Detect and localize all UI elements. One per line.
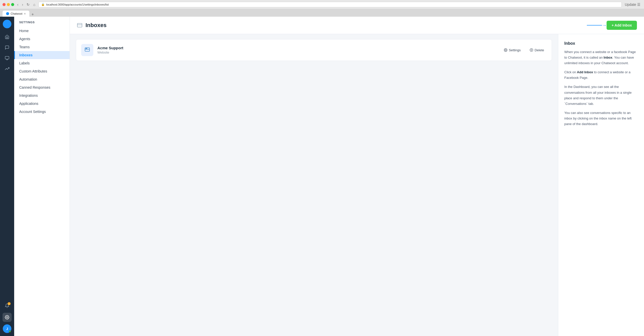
sidebar-icon-conversations[interactable] bbox=[3, 43, 12, 52]
inbox-info: Acme Support Website bbox=[97, 46, 497, 54]
info-text-1: When you connect a website or a facebook… bbox=[564, 49, 638, 66]
close-button[interactable] bbox=[3, 3, 6, 6]
tab-close-button[interactable]: ✕ bbox=[24, 12, 26, 15]
sidebar-item-agents[interactable]: Agents bbox=[14, 35, 70, 43]
sidebar-item-teams[interactable]: Teams bbox=[14, 43, 70, 51]
delete-icon bbox=[530, 48, 533, 52]
lock-icon: 🔒 bbox=[41, 3, 45, 6]
browser-chrome: ‹ › ↻ ⌂ 🔒 localhost:3000/app/accounts/1/… bbox=[0, 0, 644, 9]
sidebar-item-account-settings[interactable]: Account Settings bbox=[14, 108, 70, 116]
app-container: 1 J Settings HomeAgentsTeamsInboxesLabel… bbox=[0, 17, 644, 336]
sidebar-icon-reports[interactable] bbox=[3, 64, 12, 73]
update-button[interactable]: Update ☰ bbox=[624, 2, 641, 7]
arrow-head-icon: → bbox=[602, 23, 607, 28]
tab-bar: Chatwoot ✕ + bbox=[0, 9, 644, 17]
sidebar-item-labels[interactable]: Labels bbox=[14, 59, 70, 67]
sidebar-item-inboxes[interactable]: Inboxes bbox=[14, 51, 70, 59]
inbox-name: Acme Support bbox=[97, 46, 497, 50]
sidebar-icon-home[interactable] bbox=[3, 32, 12, 41]
user-avatar[interactable]: J bbox=[3, 324, 11, 333]
minimize-button[interactable] bbox=[7, 3, 10, 6]
main-content: Inboxes → + Add Inbox Acme Support bbox=[70, 17, 644, 336]
svg-point-0 bbox=[5, 22, 9, 26]
content-area: Acme Support Website Settings Delete bbox=[70, 34, 644, 336]
address-bar[interactable]: 🔒 localhost:3000/app/accounts/1/settings… bbox=[38, 2, 622, 7]
arrow-decoration: → bbox=[587, 23, 607, 28]
sidebar-icon-settings[interactable] bbox=[3, 313, 12, 322]
inbox-logo bbox=[81, 44, 93, 56]
maximize-button[interactable] bbox=[11, 3, 14, 6]
sidebar-item-custom-attributes[interactable]: Custom Attributes bbox=[14, 67, 70, 75]
new-tab-button[interactable]: + bbox=[30, 12, 35, 17]
add-inbox-button[interactable]: + Add Inbox bbox=[607, 21, 637, 30]
info-panel-title: Inbox bbox=[564, 41, 638, 46]
avatar-initial: J bbox=[6, 327, 8, 331]
tab-title: Chatwoot bbox=[11, 12, 22, 15]
page-title: Inboxes bbox=[85, 22, 106, 29]
forward-button[interactable]: › bbox=[21, 2, 24, 7]
settings-label: Settings bbox=[509, 48, 521, 52]
svg-point-2 bbox=[7, 317, 8, 318]
header-right: → + Add Inbox bbox=[587, 21, 637, 30]
arrow-line bbox=[587, 25, 602, 26]
sidebar-item-home[interactable]: Home bbox=[14, 27, 70, 35]
inbox-actions: Settings Delete bbox=[501, 47, 547, 54]
brand-avatar bbox=[3, 20, 11, 28]
inbox-item: Acme Support Website Settings Delete bbox=[76, 39, 552, 61]
inboxes-header-icon bbox=[77, 22, 82, 28]
info-text-3: In the Dashboard, you can see all the co… bbox=[564, 84, 638, 106]
browser-nav: ‹ › ↻ ⌂ bbox=[16, 2, 36, 7]
window-controls bbox=[3, 3, 14, 6]
sidebar-item-canned-responses[interactable]: Canned Responses bbox=[14, 83, 70, 91]
settings-sidebar: Settings HomeAgentsTeamsInboxesLabelsCus… bbox=[14, 17, 70, 336]
sidebar-item-applications[interactable]: Applications bbox=[14, 100, 70, 108]
header-left: Inboxes bbox=[77, 22, 106, 29]
svg-point-5 bbox=[86, 48, 86, 49]
back-button[interactable]: ‹ bbox=[16, 2, 19, 7]
sidebar-icon-contacts[interactable] bbox=[3, 54, 12, 63]
info-panel: Inbox When you connect a website or a fa… bbox=[558, 34, 644, 336]
inbox-list: Acme Support Website Settings Delete bbox=[70, 34, 558, 336]
tab-favicon bbox=[6, 12, 9, 15]
home-nav-button[interactable]: ⌂ bbox=[32, 2, 36, 7]
reload-button[interactable]: ↻ bbox=[26, 2, 31, 7]
page-header: Inboxes → + Add Inbox bbox=[70, 17, 644, 34]
info-text-4: You can also see conversations specific … bbox=[564, 110, 638, 127]
sidebar-item-integrations[interactable]: Integrations bbox=[14, 91, 70, 100]
svg-point-6 bbox=[87, 48, 87, 49]
icon-bar-bottom: 1 J bbox=[3, 301, 12, 333]
info-text-2: Click on Add Inbox to connect a website … bbox=[564, 69, 638, 81]
icon-bar: 1 J bbox=[0, 17, 14, 336]
svg-point-7 bbox=[505, 50, 506, 51]
inbox-settings-button[interactable]: Settings bbox=[501, 47, 523, 54]
online-status-dot bbox=[9, 330, 11, 332]
delete-label: Delete bbox=[534, 48, 544, 52]
active-tab[interactable]: Chatwoot ✕ bbox=[3, 11, 29, 17]
url-text: localhost:3000/app/accounts/1/settings/i… bbox=[46, 3, 109, 6]
svg-rect-1 bbox=[5, 56, 9, 59]
notification-badge: 1 bbox=[8, 302, 11, 305]
sidebar-item-automation[interactable]: Automation bbox=[14, 75, 70, 83]
settings-icon bbox=[504, 48, 507, 52]
sidebar-icon-notifications[interactable]: 1 bbox=[3, 301, 12, 310]
inbox-delete-button[interactable]: Delete bbox=[527, 47, 547, 54]
inbox-type: Website bbox=[97, 51, 497, 54]
sidebar-title: Settings bbox=[14, 21, 70, 27]
svg-rect-3 bbox=[77, 23, 82, 27]
